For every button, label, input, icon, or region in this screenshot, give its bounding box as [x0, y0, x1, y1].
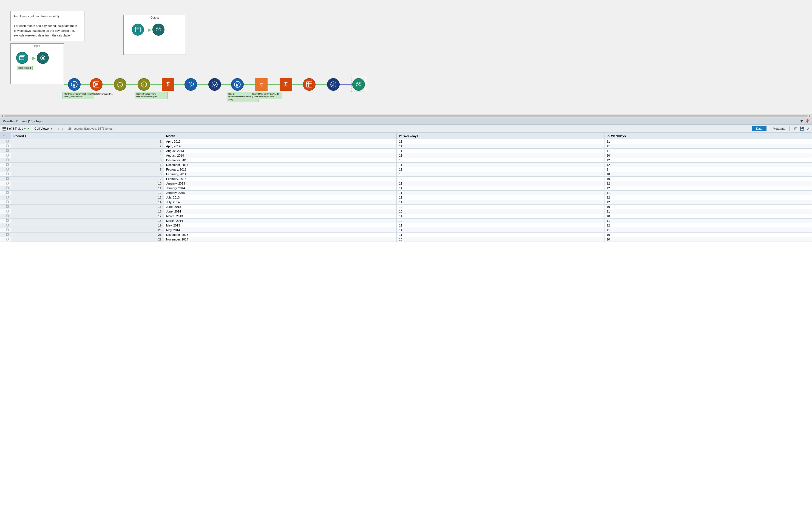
filter-tooltip: [Day Of Week] != 'Sat' AND [Day Of Week]… [251, 92, 282, 99]
cell-p1: 10 [397, 158, 604, 163]
row-icon-cell [0, 186, 11, 190]
col-header-month[interactable]: Month [164, 133, 396, 139]
row-icon-cell [0, 149, 11, 153]
cell-p2: 11 [604, 149, 812, 153]
cell-p1: 11 [397, 190, 604, 195]
cell-record: 13 [11, 195, 164, 200]
cell-month: March, 2014 [164, 219, 396, 223]
svg-rect-42 [6, 187, 8, 189]
table-row: 9February, 20151010 [0, 177, 812, 181]
cell-p2: 11 [604, 209, 812, 214]
cell-p2: 9 [604, 167, 812, 172]
cell-month: February, 2015 [164, 177, 396, 181]
row-icon-cell [0, 223, 11, 228]
check-node-1[interactable] [208, 78, 221, 91]
scroll-down-btn[interactable]: ↓ [62, 127, 64, 131]
multicheck-node[interactable] [327, 78, 340, 91]
input-output-icon[interactable] [37, 52, 49, 64]
row-icon-cell [0, 163, 11, 167]
output-container: Output ─▶ [123, 15, 186, 55]
scroll-up-btn[interactable]: ↑ [57, 127, 60, 131]
row-icon-cell [0, 205, 11, 209]
col-header-p2[interactable]: P2 Weekdays [604, 133, 812, 139]
input-sublabel: Some input [17, 66, 32, 70]
row-icon-cell [0, 219, 11, 223]
table-row: 2April, 20141111 [0, 144, 812, 149]
connector-arrow2: ─▶ [145, 27, 151, 32]
col-header-p1[interactable]: P1 Weekdays [397, 133, 604, 139]
input-container: Input ─▶ Some input [10, 43, 64, 84]
cell-p2: 10 [604, 237, 812, 242]
cell-viewer-chevron[interactable]: ▼ [50, 127, 53, 130]
cell-p2: 11 [604, 228, 812, 232]
table-row: 10January, 20131112 [0, 181, 812, 186]
browse-node-final[interactable] [351, 77, 366, 92]
summarize-node-1[interactable]: Σ [162, 78, 175, 91]
svg-rect-45 [6, 201, 8, 203]
results-pin-icon[interactable]: ▼ 📌 [800, 119, 809, 123]
cell-p1: 11 [397, 163, 604, 167]
cell-month: July, 2014 [164, 200, 396, 205]
cell-p2: 10 [604, 205, 812, 209]
note-text: Employees get paid twice monthly. For ea… [14, 15, 77, 37]
multirow-node[interactable] [90, 78, 102, 91]
summarize-node-2[interactable]: Σ [280, 78, 292, 91]
cell-month: June, 2014 [164, 209, 396, 214]
table-row: 14July, 20141112 [0, 200, 812, 205]
cell-month: January, 2015 [164, 190, 396, 195]
row-icon-cell [0, 190, 11, 195]
cell-month: February, 2014 [164, 172, 396, 177]
cell-record: 20 [11, 228, 164, 232]
svg-rect-40 [6, 177, 8, 180]
svg-rect-51 [6, 229, 8, 231]
fields-selector[interactable]: 3 of 3 Fields ▼ ✓ [2, 127, 30, 131]
tab-data[interactable]: Data [752, 126, 766, 131]
expand-icon[interactable]: ⤢ [807, 127, 810, 131]
row-icon-cell [0, 139, 11, 144]
cell-viewer-selector[interactable]: Cell Viewer ▼ [34, 127, 53, 130]
cell-p1: 10 [397, 172, 604, 177]
cell-record: 7 [11, 167, 164, 172]
cell-month: January, 2013 [164, 181, 396, 186]
save-icon[interactable]: 💾 [800, 127, 804, 131]
cell-month: April, 2013 [164, 139, 396, 144]
datetime-node[interactable] [114, 78, 126, 91]
col-header-recordnum[interactable] [0, 133, 11, 139]
fields-chevron[interactable]: ▼ [24, 127, 26, 130]
table-row: 16June, 20141011 [0, 209, 812, 214]
toolbar-divider-1 [32, 126, 32, 131]
regex-node[interactable]: .* Convert Value From: MM/dd/yy Parse: (… [138, 78, 150, 91]
toolbar-divider-2 [55, 126, 55, 131]
col-header-record[interactable]: Record # [11, 133, 164, 139]
output-binoculars-icon[interactable] [153, 24, 164, 36]
table-row: 21November, 20131110 [0, 232, 812, 237]
table-row: 8February, 20141010 [0, 172, 812, 177]
copy-icon[interactable]: ⊞ [794, 127, 797, 131]
cell-month: January, 2014 [164, 186, 396, 190]
cell-p1: 10 [397, 205, 604, 209]
formula-node-2[interactable]: Day Of Week=DateTimeFormat([Date], '%a') [231, 78, 244, 91]
input-container-label: Input [11, 44, 64, 47]
input-browse-icon[interactable] [16, 52, 28, 64]
canvas-connections [0, 0, 812, 118]
fields-check[interactable]: ✓ [27, 127, 30, 131]
output-browse-icon[interactable] [132, 24, 144, 36]
toolbar-divider-4 [792, 126, 792, 131]
crosstab-node[interactable] [303, 78, 316, 91]
workflow-canvas: Employees get paid twice monthly. For ea… [0, 0, 812, 118]
filter-node[interactable]: ▽ [Day Of Week] != 'Sat' AND [Day Of Wee… [255, 78, 268, 91]
scroll-left-btn[interactable]: ◀ [1, 114, 3, 117]
cell-record: 17 [11, 214, 164, 219]
formula-node-1[interactable]: MonthYear=DateTimeFormat([DateTimeParse(… [68, 78, 80, 91]
scroll-right-btn[interactable]: ▶ [809, 114, 811, 117]
svg-rect-47 [6, 210, 8, 212]
tab-metadata[interactable]: Metadata [769, 126, 790, 131]
table-row: 22November, 20141010 [0, 237, 812, 242]
cell-p2: 12 [604, 200, 812, 205]
cell-p2: 12 [604, 223, 812, 228]
canvas-scrollbar[interactable]: ◀ ▶ [0, 114, 812, 118]
cell-p1: 11 [397, 144, 604, 149]
union-node[interactable] [185, 78, 197, 91]
cell-viewer-label: Cell Viewer [34, 127, 50, 130]
cell-record: 2 [11, 144, 164, 149]
